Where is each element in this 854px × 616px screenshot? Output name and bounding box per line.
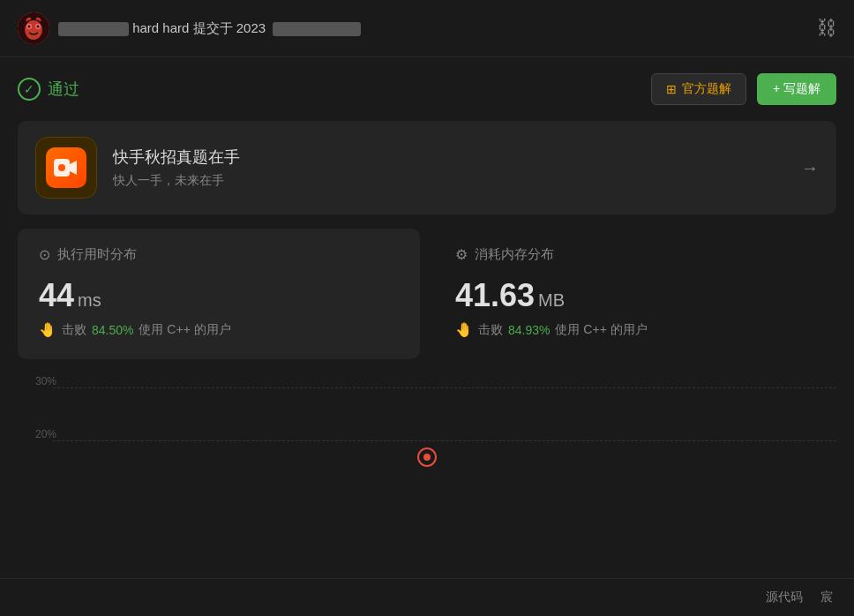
official-solution-label: 官方题解	[682, 81, 731, 97]
svg-point-4	[28, 26, 31, 28]
header-title: hard hard 提交于 2023	[58, 20, 361, 37]
chart-area: 30% 20%	[18, 368, 836, 474]
footer-bar: 源代码 宸	[0, 578, 854, 616]
status-buttons: ⊞ 官方题解 + 写题解	[651, 73, 836, 105]
runtime-percent: 84.50%	[92, 323, 133, 337]
memory-title-label: 消耗内存分布	[475, 246, 554, 263]
source-code-link[interactable]: 源代码	[766, 590, 803, 605]
beat-label: 击败	[62, 322, 86, 338]
memory-beat-suffix: 使用 C++ 的用户	[555, 322, 647, 338]
check-circle-icon: ✓	[18, 78, 41, 101]
runtime-title: ⊙ 执行用时分布	[39, 246, 399, 263]
difficulty-label: hard	[132, 20, 159, 35]
svg-marker-7	[70, 161, 77, 175]
chart-dot	[417, 447, 437, 467]
memory-percent: 84.93%	[508, 323, 550, 337]
status-passed: ✓ 通过	[18, 78, 79, 101]
avatar	[18, 12, 49, 44]
header-left: hard hard 提交于 2023	[18, 12, 361, 44]
hand-icon-memory: 🤚	[455, 321, 473, 338]
chart-y-label-30: 30%	[35, 375, 56, 387]
banner-title: 快手秋招真题在手	[113, 146, 240, 168]
runtime-title-label: 执行用时分布	[57, 246, 137, 263]
status-bar: ✓ 通过 ⊞ 官方题解 + 写题解	[0, 57, 854, 121]
runtime-value: 44ms	[39, 277, 399, 314]
book-icon: ⊞	[666, 82, 677, 96]
passed-label: 通过	[48, 79, 79, 100]
avatar-image	[18, 12, 49, 44]
banner-subtitle: 快人一手，未来在手	[113, 173, 240, 189]
banner-text: 快手秋招真题在手 快人一手，未来在手	[113, 146, 240, 189]
memory-card: ⚙ 消耗内存分布 41.63MB 🤚 击败 84.93% 使用 C++ 的用户	[420, 229, 836, 359]
clock-icon: ⊙	[39, 246, 50, 263]
year-label: 2023	[236, 20, 266, 35]
runtime-beat-suffix: 使用 C++ 的用户	[139, 322, 230, 338]
kuaishou-logo	[46, 147, 86, 188]
banner-card[interactable]: 快手秋招真题在手 快人一手，未来在手 →	[18, 121, 836, 214]
svg-point-1	[25, 20, 42, 40]
write-solution-button[interactable]: + 写题解	[757, 73, 836, 105]
memory-unit: MB	[538, 290, 565, 310]
write-solution-label: + 写题解	[773, 81, 820, 97]
chart-gridline-30	[53, 387, 836, 388]
banner-arrow: →	[801, 158, 819, 178]
hand-icon: 🤚	[39, 321, 56, 338]
svg-point-8	[58, 164, 65, 171]
memory-beat: 🤚 击败 84.93% 使用 C++ 的用户	[455, 321, 815, 338]
banner-left: 快手秋招真题在手 快人一手，未来在手	[35, 137, 240, 199]
submitted-label: 提交于	[193, 20, 233, 35]
chart-y-label-20: 20%	[35, 428, 56, 440]
header-right: ⛓	[817, 17, 836, 40]
runtime-unit: ms	[78, 290, 101, 310]
chart-gridline-20	[53, 440, 836, 441]
chart-dot-outer	[417, 447, 437, 467]
banner-logo	[35, 137, 97, 199]
official-solution-button[interactable]: ⊞ 官方题解	[651, 73, 746, 105]
link-icon[interactable]: ⛓	[817, 17, 836, 40]
stats-section: ⊙ 执行用时分布 44ms 🤚 击败 84.50% 使用 C++ 的用户 ⚙ 消…	[18, 229, 836, 359]
username-blurred	[58, 22, 129, 36]
date-blurred	[273, 22, 361, 36]
chart-dot-inner	[423, 454, 431, 461]
memory-icon: ⚙	[455, 246, 468, 263]
memory-beat-label: 击败	[478, 322, 503, 338]
memory-value: 41.63MB	[455, 277, 815, 314]
runtime-beat: 🤚 击败 84.50% 使用 C++ 的用户	[39, 321, 399, 338]
collapse-link[interactable]: 宸	[820, 590, 833, 605]
svg-point-5	[37, 26, 40, 28]
runtime-card: ⊙ 执行用时分布 44ms 🤚 击败 84.50% 使用 C++ 的用户	[18, 229, 420, 359]
header: hard hard 提交于 2023 ⛓	[0, 0, 854, 57]
memory-title: ⚙ 消耗内存分布	[455, 246, 815, 263]
